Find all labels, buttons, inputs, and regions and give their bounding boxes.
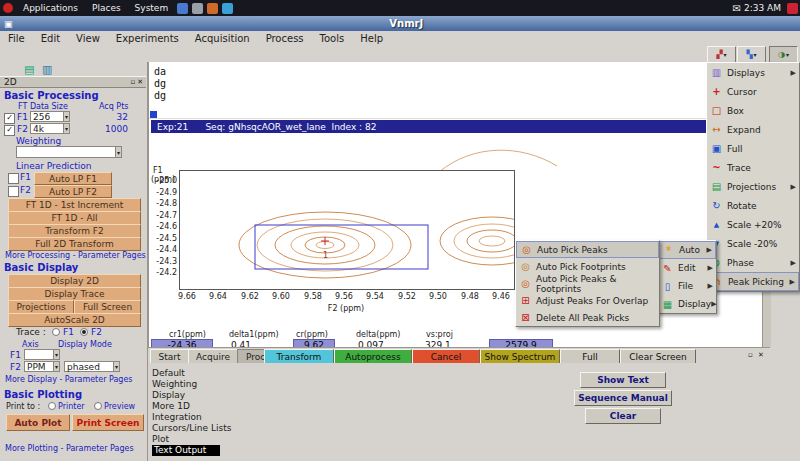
sequence-manual-button[interactable]: Sequence Manual xyxy=(574,390,672,406)
menu-item-cursor[interactable]: + Cursor xyxy=(707,82,799,101)
clear-button[interactable]: Clear xyxy=(585,408,661,424)
menu-item-auto-pick-peaks[interactable]: ◎ Auto Pick Peaks xyxy=(516,241,659,258)
menu-item-expand[interactable]: ↔ Expand xyxy=(707,120,799,139)
list-item-weighting[interactable]: Weighting xyxy=(152,379,197,389)
panel-close-icon[interactable]: ✕ xyxy=(137,78,143,86)
cancel-button[interactable]: Cancel xyxy=(412,349,480,364)
notebook-icon[interactable]: ▤ xyxy=(24,63,34,76)
show-spectrum-button[interactable]: Show Spectrum xyxy=(480,349,560,364)
menu-edit[interactable]: Edit xyxy=(33,33,68,44)
list-item-text-output[interactable]: Text Output xyxy=(152,445,220,456)
system-menu[interactable]: System xyxy=(128,0,176,16)
autoscale-2d-button[interactable]: AutoScale 2D xyxy=(8,313,141,327)
ft1d-first-increment-button[interactable]: FT 1D - 1st Increment xyxy=(8,198,141,212)
tab-acquire[interactable]: Acquire xyxy=(188,349,238,364)
menu-experiments[interactable]: Experiments xyxy=(108,33,187,44)
lp-f2-checkbox[interactable] xyxy=(8,186,19,197)
list-item-plot[interactable]: Plot xyxy=(152,434,169,444)
panel-close-icon[interactable]: ✕ xyxy=(758,351,764,359)
display-trace-button[interactable]: Display Trace xyxy=(8,287,141,301)
selection-box[interactable] xyxy=(255,225,428,269)
display-tools-button[interactable]: ▞▾ xyxy=(707,46,736,63)
list-item-default[interactable]: Default xyxy=(152,368,185,378)
menu-item-auto-pick-footprints[interactable]: ◎ Auto Pick Footprints xyxy=(516,258,659,275)
preview-radio[interactable] xyxy=(94,402,102,410)
trace-f1-radio[interactable] xyxy=(52,328,60,336)
list-item-display[interactable]: Display xyxy=(152,390,185,400)
cursor-tools-button[interactable]: ▚▾ xyxy=(737,46,766,63)
menu-item-projections[interactable]: ▤ Projections ▶ xyxy=(707,177,799,196)
tab-start[interactable]: Start xyxy=(150,349,189,364)
f1-size-dropdown[interactable]: 256 ▾ xyxy=(30,111,70,122)
display-2d-button[interactable]: Display 2D xyxy=(8,274,141,288)
display-mode-dropdown[interactable]: phased ▾ xyxy=(64,361,120,372)
f1-axis-dropdown[interactable]: ▾ xyxy=(24,349,60,360)
clipboard-icon[interactable]: ▥ xyxy=(42,63,52,76)
menu-item-box[interactable]: □ Box xyxy=(707,101,799,120)
list-item-more-1d[interactable]: More 1D xyxy=(152,401,190,411)
menu-item-full[interactable]: ▣ Full xyxy=(707,139,799,158)
menu-item-adjust-peaks-overlap[interactable]: ⊞ Adjust Peaks For Overlap xyxy=(516,292,659,309)
auto-plot-button[interactable]: Auto Plot xyxy=(6,414,70,431)
print-screen-button[interactable]: Print Screen xyxy=(72,414,144,431)
list-item-cursors-line-lists[interactable]: Cursors/Line Lists xyxy=(152,423,231,433)
menu-item-delete-all-peak-picks[interactable]: ⊠ Delete All Peak Picks xyxy=(516,309,659,326)
menu-item-scale-down[interactable]: ▼ Scale -20% xyxy=(707,234,799,253)
f2-ft-checkbox[interactable]: ✓ xyxy=(4,125,15,136)
menu-item-edit[interactable]: ✎ Edit ▶ xyxy=(658,259,716,277)
auto-lp-f1-button[interactable]: Auto LP F1 xyxy=(34,172,112,185)
menu-item-scale-up[interactable]: ▲ Scale +20% xyxy=(707,215,799,234)
menu-item-trace[interactable]: ~ Trace xyxy=(707,158,799,177)
menu-item-rotate[interactable]: ↻ Rotate xyxy=(707,196,799,215)
applications-menu[interactable]: Applications xyxy=(16,0,85,16)
projections-button[interactable]: Projections xyxy=(8,300,74,314)
trace-f2-radio[interactable] xyxy=(80,328,88,336)
places-menu[interactable]: Places xyxy=(85,0,128,16)
mail-notification-icon[interactable]: ✉ xyxy=(733,3,741,14)
full-2d-transform-button[interactable]: Full 2D Transform xyxy=(8,237,141,251)
menu-item-phase[interactable]: φ Phase ▶ xyxy=(707,253,799,272)
menu-process[interactable]: Process xyxy=(258,33,312,44)
spectrum-plot-area[interactable]: 1 xyxy=(179,170,515,290)
panel-applet-icon[interactable] xyxy=(787,3,798,14)
menu-file[interactable]: File xyxy=(0,33,33,44)
full-screen-button[interactable]: Full Screen xyxy=(74,300,141,314)
menu-view[interactable]: View xyxy=(68,33,108,44)
launcher-icon-1[interactable] xyxy=(177,3,188,14)
clock[interactable]: 2:33 AM xyxy=(744,3,781,13)
menu-item-displays[interactable]: ▥ Displays ▶ xyxy=(707,63,799,82)
launcher-icon-4[interactable] xyxy=(222,3,233,14)
more-plotting-link[interactable]: More Plotting - Parameter Pages xyxy=(5,444,134,453)
menu-item-peak-picking[interactable]: ∩ Peak Picking ▶ xyxy=(707,272,799,291)
ft1d-all-button[interactable]: FT 1D - All xyxy=(8,211,141,225)
menu-tools[interactable]: Tools xyxy=(312,33,353,44)
transform-button[interactable]: Transform xyxy=(264,349,334,364)
more-display-link[interactable]: More Display - Parameter Pages xyxy=(5,375,133,384)
printer-radio[interactable] xyxy=(48,402,56,410)
f2-size-dropdown[interactable]: 4k ▾ xyxy=(30,123,70,134)
input-marker[interactable] xyxy=(150,111,157,118)
f2-axis-dropdown[interactable]: PPM ▾ xyxy=(24,361,60,372)
menu-item-auto-pick-peaks-footprints[interactable]: ◎ Auto Pick Peaks & Footprints xyxy=(516,275,659,292)
menu-acquisition[interactable]: Acquisition xyxy=(187,33,258,44)
graphics-menu-button[interactable]: ◑▾ xyxy=(769,46,798,63)
panel-restore-icon[interactable]: ▫ xyxy=(748,351,753,359)
menu-item-display-sub[interactable]: ▦ Display ▶ xyxy=(658,295,716,313)
lp-f1-checkbox[interactable] xyxy=(8,173,19,184)
distro-logo-icon[interactable] xyxy=(3,3,13,13)
launcher-icon-2[interactable] xyxy=(192,3,203,14)
more-processing-link[interactable]: More Processing - Parameter Pages xyxy=(5,251,146,260)
panel-pin-icon[interactable]: ▫ xyxy=(130,78,135,86)
show-text-button[interactable]: Show Text xyxy=(580,372,666,388)
menu-item-file[interactable]: ▯ File ▶ xyxy=(658,277,716,295)
clear-screen-button[interactable]: Clear Screen xyxy=(620,349,696,364)
auto-lp-f2-button[interactable]: Auto LP F2 xyxy=(34,185,112,198)
autoprocess-button[interactable]: Autoprocess xyxy=(334,349,412,364)
launcher-icon-3[interactable] xyxy=(207,3,218,14)
window-titlebar[interactable]: ▣ VnmrJ xyxy=(0,16,800,31)
f1-ft-checkbox[interactable]: ✓ xyxy=(4,113,15,124)
menu-item-auto[interactable]: * Auto ▶ xyxy=(658,241,716,259)
full-button[interactable]: Full xyxy=(560,349,620,364)
transform-f2-button[interactable]: Transform F2 xyxy=(8,224,141,238)
menu-help[interactable]: Help xyxy=(352,33,391,44)
